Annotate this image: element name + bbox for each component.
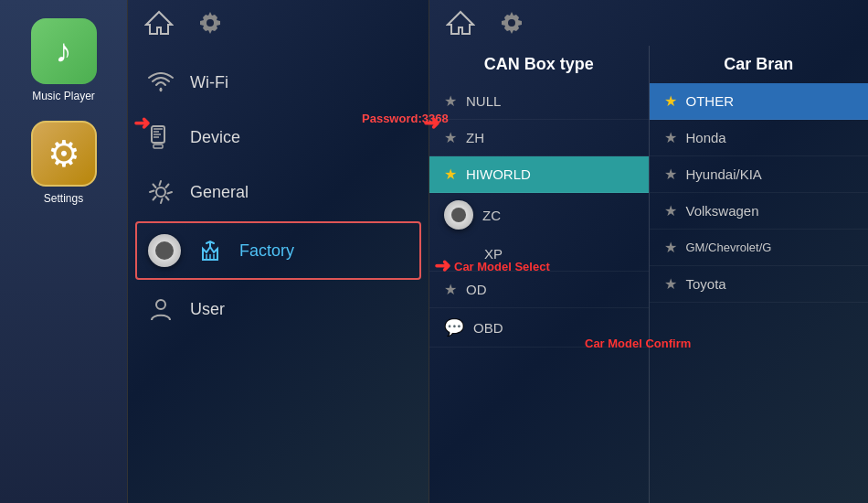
can-box-column: CAN Box type ★ NULL ★ ZH ★ HIWORLD ZC	[429, 46, 649, 503]
hiworld-label: HIWORLD	[466, 166, 531, 182]
menu-list: Wi-Fi Device	[128, 46, 429, 503]
menu-item-device[interactable]: Device	[128, 110, 429, 165]
other-star-icon: ★	[664, 92, 677, 110]
general-label: General	[190, 183, 249, 202]
od-label: OD	[466, 282, 487, 297]
device-label: Device	[190, 128, 240, 147]
music-player-label: Music Player	[32, 90, 95, 102]
settings-icon[interactable]: ⚙ Settings	[23, 121, 105, 205]
hyundai-star-icon: ★	[664, 166, 677, 183]
toyota-label: Toyota	[686, 276, 726, 292]
null-label: NULL	[466, 93, 501, 109]
gm-star-icon: ★	[664, 239, 677, 256]
car-brand-gm[interactable]: ★ GM/Chevrolet/G	[650, 230, 869, 266]
svg-point-3	[160, 89, 163, 91]
factory-label: Factory	[239, 241, 294, 261]
right-home-button[interactable]	[444, 6, 477, 39]
car-brand-toyota[interactable]: ★ Toyota	[650, 266, 869, 303]
car-brand-other[interactable]: ★ OTHER	[650, 83, 869, 120]
svg-point-2	[206, 19, 214, 27]
can-item-xp[interactable]: XP	[429, 237, 649, 272]
menu-item-user[interactable]: User	[128, 282, 429, 337]
car-brand-column: Car Bran ★ OTHER ★ Honda ★ Hyundai/KIA ★…	[650, 46, 869, 503]
obd-icon: 💬	[444, 317, 464, 337]
user-icon	[146, 294, 175, 324]
gm-label: GM/Chevrolet/G	[686, 241, 772, 254]
factory-icon	[196, 236, 225, 265]
settings-icon-bg: ⚙	[31, 121, 97, 187]
svg-rect-5	[153, 144, 163, 148]
honda-star-icon: ★	[664, 129, 677, 146]
right-settings-gear-button[interactable]	[495, 6, 528, 39]
svg-point-10	[156, 187, 165, 197]
can-item-zh[interactable]: ★ ZH	[429, 120, 649, 156]
settings-gear-icon: ⚙	[48, 133, 80, 175]
can-item-obd[interactable]: 💬 OBD	[429, 308, 649, 348]
null-star-icon: ★	[444, 92, 457, 110]
zh-label: ZH	[466, 130, 484, 145]
can-box-area: CAN Box type ★ NULL ★ ZH ★ HIWORLD ZC	[429, 46, 868, 503]
can-item-zc-row: ZC	[429, 193, 649, 237]
music-note-icon: ♪	[56, 32, 72, 70]
can-item-hiworld[interactable]: ★ HIWORLD	[429, 156, 649, 193]
can-item-od[interactable]: ★ OD	[429, 272, 649, 308]
car-brand-hyundai[interactable]: ★ Hyundai/KIA	[650, 156, 869, 193]
settings-topbar	[128, 0, 429, 46]
svg-marker-15	[448, 12, 473, 34]
home-button[interactable]	[143, 6, 175, 39]
hyundai-label: Hyundai/KIA	[686, 166, 762, 182]
volkswagen-label: Volkswagen	[686, 203, 759, 219]
music-player-icon[interactable]: ♪ Music Player	[23, 18, 105, 102]
right-panel: CAN Box type ★ NULL ★ ZH ★ HIWORLD ZC	[429, 0, 868, 503]
od-star-icon: ★	[444, 281, 457, 298]
zc-toggle-inner	[451, 208, 466, 222]
svg-marker-0	[146, 12, 172, 34]
settings-panel: ➜ Password:3368 ➜ Wi-Fi	[128, 0, 429, 503]
car-brand-volkswagen[interactable]: ★ Volkswagen	[650, 193, 869, 230]
wifi-icon	[146, 68, 175, 97]
device-icon	[146, 123, 175, 152]
honda-label: Honda	[686, 130, 726, 145]
wifi-label: Wi-Fi	[190, 73, 228, 92]
zh-star-icon: ★	[444, 129, 457, 146]
general-icon	[146, 177, 175, 207]
toggle-inner	[155, 241, 174, 260]
xp-label: XP	[484, 246, 503, 262]
can-box-header: CAN Box type	[429, 46, 649, 83]
settings-content: ➜ Password:3368 ➜ Wi-Fi	[128, 46, 429, 503]
sidebar: ♪ Music Player ⚙ Settings	[0, 0, 128, 503]
svg-point-14	[156, 300, 165, 309]
menu-item-general[interactable]: General	[128, 165, 429, 219]
zc-confirm-toggle[interactable]	[444, 200, 473, 230]
right-topbar	[429, 0, 868, 46]
factory-toggle[interactable]	[148, 234, 181, 267]
can-item-null[interactable]: ★ NULL	[429, 83, 649, 120]
user-label: User	[190, 300, 225, 319]
menu-item-wifi[interactable]: Wi-Fi	[128, 55, 429, 110]
other-label: OTHER	[686, 93, 735, 109]
hiworld-star-icon: ★	[444, 166, 457, 183]
obd-label: OBD	[473, 320, 503, 336]
svg-point-17	[508, 19, 515, 27]
car-brand-header: Car Bran	[650, 46, 869, 83]
settings-gear-button[interactable]	[194, 6, 227, 39]
toyota-star-icon: ★	[664, 275, 677, 293]
settings-label: Settings	[44, 192, 83, 205]
music-icon-bg: ♪	[31, 18, 97, 84]
zc-label: ZC	[482, 208, 501, 223]
volkswagen-star-icon: ★	[664, 202, 677, 219]
menu-item-factory[interactable]: Factory	[135, 221, 421, 280]
car-brand-honda[interactable]: ★ Honda	[650, 120, 869, 156]
